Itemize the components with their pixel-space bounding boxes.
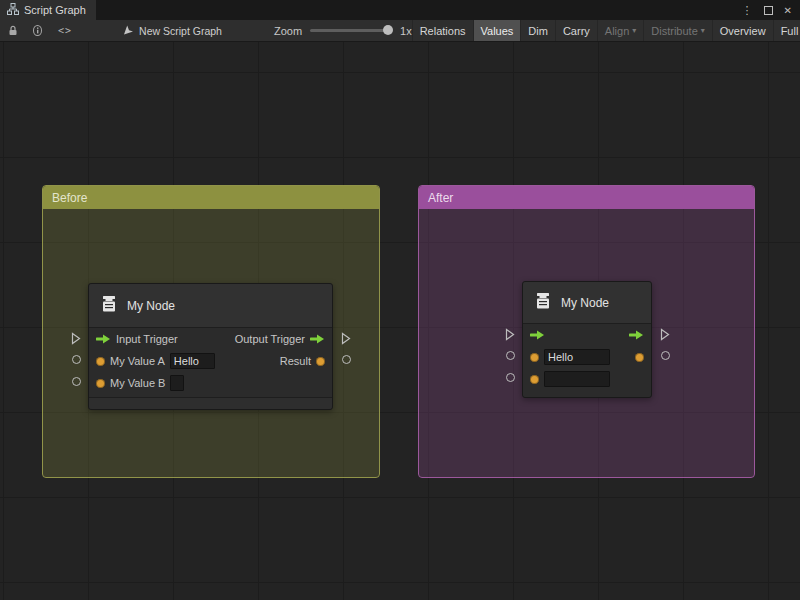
value-b-port[interactable] bbox=[96, 379, 105, 388]
menu-kebab-icon[interactable]: ⋮ bbox=[742, 5, 753, 16]
ext-result-port[interactable] bbox=[661, 351, 670, 360]
unit-icon bbox=[99, 294, 119, 318]
window-tab-bar: Script Graph ⋮ ✕ bbox=[0, 0, 800, 20]
unit-icon bbox=[533, 291, 553, 315]
chevron-down-icon: ▾ bbox=[701, 26, 705, 35]
value-b-input[interactable] bbox=[544, 371, 610, 387]
window-controls: ⋮ ✕ bbox=[742, 0, 800, 20]
output-trigger-port[interactable] bbox=[629, 330, 644, 340]
zoom-value: 1x bbox=[400, 25, 412, 37]
node-footer bbox=[89, 397, 332, 409]
code-preview-icon[interactable]: <> bbox=[58, 25, 72, 36]
value-a-port[interactable] bbox=[96, 357, 105, 366]
trigger-row: Input Trigger Output Trigger bbox=[89, 328, 332, 350]
maximize-icon[interactable] bbox=[764, 6, 773, 15]
node-header[interactable]: My Node bbox=[89, 284, 332, 328]
distribute-dropdown[interactable]: Distribute ▾ bbox=[643, 20, 711, 41]
output-trigger-port[interactable] bbox=[310, 334, 325, 344]
value-b-row bbox=[523, 368, 651, 390]
lock-icon[interactable] bbox=[8, 25, 18, 36]
chevron-down-icon: ▾ bbox=[632, 26, 636, 35]
graph-name-label[interactable]: New Script Graph bbox=[139, 25, 222, 37]
value-a-row bbox=[523, 346, 651, 368]
value-b-port[interactable] bbox=[530, 375, 539, 384]
graph-name-group: New Script Graph bbox=[122, 24, 222, 38]
input-trigger-port[interactable] bbox=[530, 330, 545, 340]
carry-button[interactable]: Carry bbox=[555, 20, 597, 41]
group-after-header[interactable]: After bbox=[419, 186, 754, 209]
script-graph-icon bbox=[7, 3, 19, 17]
value-a-label: My Value A bbox=[110, 355, 165, 367]
group-after-title: After bbox=[428, 191, 453, 205]
trigger-row bbox=[523, 324, 651, 346]
close-icon[interactable]: ✕ bbox=[784, 5, 792, 16]
ext-output-trigger-port[interactable] bbox=[341, 332, 351, 345]
graph-pointer-icon bbox=[122, 24, 134, 38]
ext-value-b-port[interactable] bbox=[72, 377, 81, 386]
value-b-label: My Value B bbox=[110, 377, 165, 389]
overview-button[interactable]: Overview bbox=[712, 20, 773, 41]
ext-input-trigger-port[interactable] bbox=[505, 328, 515, 341]
tab-script-graph[interactable]: Script Graph bbox=[0, 0, 96, 20]
node-title: My Node bbox=[127, 299, 175, 313]
values-button[interactable]: Values bbox=[473, 20, 521, 41]
ext-input-trigger-port[interactable] bbox=[71, 332, 81, 345]
align-dropdown[interactable]: Align ▾ bbox=[597, 20, 643, 41]
relations-button[interactable]: Relations bbox=[412, 20, 473, 41]
result-port[interactable] bbox=[316, 357, 325, 366]
ext-value-b-port[interactable] bbox=[506, 373, 515, 382]
node-my-node-before[interactable]: My Node Input Trigger Output Trigger bbox=[88, 283, 333, 410]
ext-output-trigger-port[interactable] bbox=[660, 328, 670, 341]
value-a-port[interactable] bbox=[530, 353, 539, 362]
graph-toolbar: <> New Script Graph Zoom 1x Relations Va… bbox=[0, 20, 800, 42]
ext-value-a-port[interactable] bbox=[72, 355, 81, 364]
zoom-control: Zoom 1x bbox=[274, 25, 412, 37]
zoom-label: Zoom bbox=[274, 25, 302, 37]
value-a-row: My Value A Result bbox=[89, 350, 332, 372]
fullscreen-button[interactable]: Full Screen bbox=[773, 20, 800, 41]
group-before-title: Before bbox=[52, 191, 87, 205]
toolbar-buttons: Relations Values Dim Carry Align ▾ Distr… bbox=[412, 20, 800, 41]
tab-title: Script Graph bbox=[24, 4, 86, 16]
dim-button[interactable]: Dim bbox=[520, 20, 555, 41]
input-trigger-port[interactable] bbox=[96, 334, 111, 344]
value-a-input[interactable] bbox=[170, 353, 215, 369]
node-header[interactable]: My Node bbox=[523, 282, 651, 324]
info-icon[interactable] bbox=[33, 25, 42, 36]
value-b-input[interactable] bbox=[170, 375, 184, 391]
value-a-input[interactable] bbox=[544, 349, 610, 365]
result-port[interactable] bbox=[635, 353, 644, 362]
node-my-node-after[interactable]: My Node bbox=[522, 281, 652, 398]
input-trigger-label: Input Trigger bbox=[116, 333, 178, 345]
group-before-header[interactable]: Before bbox=[43, 186, 379, 209]
node-title: My Node bbox=[561, 296, 609, 310]
result-label: Result bbox=[280, 355, 311, 367]
graph-canvas[interactable]: Before After My Node bbox=[0, 42, 800, 600]
ext-result-port[interactable] bbox=[342, 355, 351, 364]
zoom-slider-knob[interactable] bbox=[383, 25, 393, 35]
ext-value-a-port[interactable] bbox=[506, 351, 515, 360]
value-b-row: My Value B bbox=[89, 372, 332, 394]
zoom-slider[interactable] bbox=[310, 29, 392, 32]
output-trigger-label: Output Trigger bbox=[235, 333, 305, 345]
